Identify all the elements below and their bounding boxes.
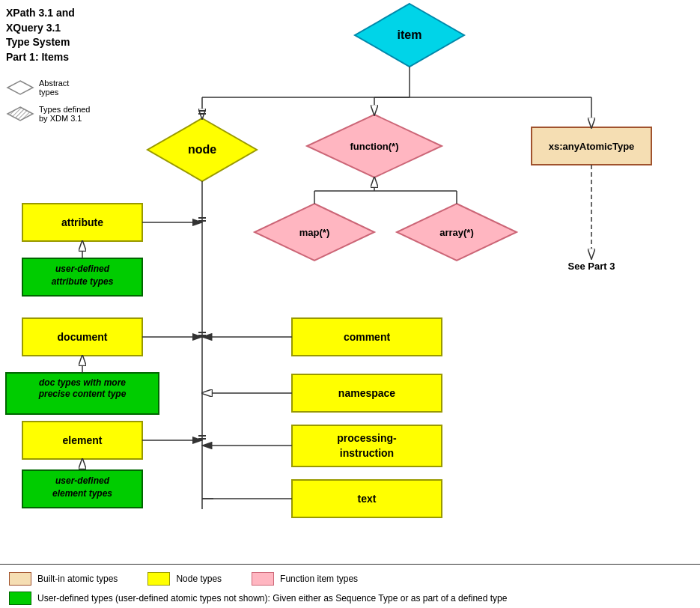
legend-userdefined: User-defined types (user-defined atomic … (0, 589, 700, 608)
svg-text:node: node (188, 143, 216, 156)
legend-function: Function item types (252, 572, 358, 586)
svg-text:attribute: attribute (61, 216, 103, 228)
svg-text:element types: element types (52, 488, 112, 499)
main-diagram: item node function(*) xs:anyAtomicType m… (0, 0, 700, 539)
svg-text:doc types with more: doc types with more (39, 377, 126, 388)
node-box (147, 572, 170, 586)
svg-text:precise content type: precise content type (38, 389, 127, 399)
svg-text:instruction: instruction (340, 447, 394, 459)
svg-text:element: element (63, 434, 103, 446)
svg-text:namespace: namespace (338, 387, 395, 399)
svg-text:See Part 3: See Part 3 (568, 261, 615, 272)
svg-text:text: text (358, 493, 377, 505)
svg-text:document: document (58, 331, 108, 343)
svg-text:comment: comment (344, 331, 391, 343)
userdefined-box (9, 592, 31, 605)
svg-text:attribute types: attribute types (52, 276, 114, 287)
svg-text:user-defined: user-defined (55, 264, 110, 274)
function-box (252, 572, 274, 586)
bottom-legend: Built-in atomic types Node types Functio… (0, 564, 700, 608)
svg-text:map(*): map(*) (299, 227, 329, 238)
svg-text:xs:anyAtomicType: xs:anyAtomicType (549, 141, 635, 152)
legend-builtin: Built-in atomic types (9, 572, 118, 586)
legend-node: Node types (147, 572, 222, 586)
svg-text:processing-: processing- (337, 432, 397, 444)
svg-text:array(*): array(*) (439, 227, 474, 238)
diagram-container: XPath 3.1 and XQuery 3.1 Type System Par… (0, 0, 700, 608)
item-label: item (398, 28, 422, 41)
svg-text:user-defined: user-defined (55, 475, 110, 486)
svg-text:function(*): function(*) (350, 141, 399, 152)
builtin-box (9, 572, 31, 586)
